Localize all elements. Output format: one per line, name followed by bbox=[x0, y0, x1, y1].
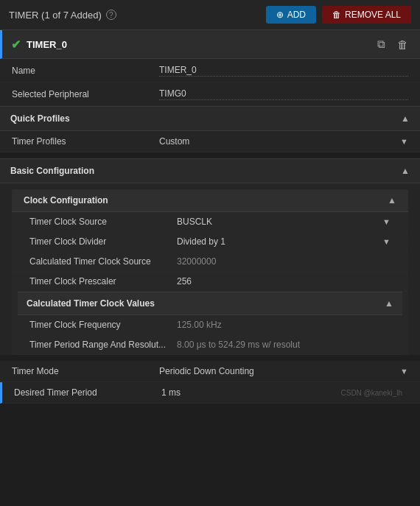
quick-profiles-title: Quick Profiles bbox=[10, 113, 70, 124]
timer-profiles-arrow-icon: ▼ bbox=[400, 137, 408, 146]
basic-config-title: Basic Configuration bbox=[10, 166, 94, 176]
timer-clock-source-label: Timer Clock Source bbox=[29, 217, 177, 227]
basic-config-header[interactable]: Basic Configuration ▲ bbox=[0, 158, 420, 183]
timer-mode-value: Periodic Down Counting bbox=[159, 366, 254, 376]
timer-clock-source-row: Timer Clock Source BUSCLK ▼ bbox=[12, 212, 408, 232]
quick-profiles-content: Timer Profiles Custom ▼ bbox=[0, 131, 420, 152]
basic-fields-section: Name Selected Peripheral bbox=[0, 59, 420, 106]
timer-mode-arrow-icon: ▼ bbox=[400, 367, 408, 376]
timer-mode-dropdown[interactable]: Periodic Down Counting ▼ bbox=[159, 366, 408, 376]
quick-profiles-header[interactable]: Quick Profiles ▲ bbox=[0, 106, 420, 131]
timer-clock-divider-label: Timer Clock Divider bbox=[29, 236, 177, 247]
quick-profiles-chevron-icon: ▲ bbox=[401, 113, 410, 124]
remove-all-button[interactable]: 🗑 REMOVE ALL bbox=[322, 6, 411, 24]
timer-item-header: ✔ TIMER_0 ⧉ 🗑 bbox=[0, 30, 420, 59]
peripheral-input[interactable] bbox=[159, 88, 408, 100]
calc-clock-values-section: Calculated Timer Clock Values ▲ Timer Cl… bbox=[18, 292, 402, 355]
remove-all-label: REMOVE ALL bbox=[345, 10, 401, 20]
timer-clock-source-value: BUSCLK bbox=[177, 217, 212, 227]
desired-period-value-text: 1 ms bbox=[161, 387, 181, 398]
timer-item-actions: ⧉ 🗑 bbox=[374, 36, 411, 52]
peripheral-value bbox=[159, 88, 408, 100]
calc-clock-source-label: Calculated Timer Clock Source bbox=[29, 256, 177, 267]
add-button[interactable]: ⊕ ADD bbox=[266, 6, 316, 24]
timer-profiles-label: Timer Profiles bbox=[12, 136, 159, 147]
timer-clock-divider-row: Timer Clock Divider Divided by 1 ▼ bbox=[12, 232, 408, 252]
copy-button[interactable]: ⧉ bbox=[374, 36, 388, 52]
timer-mode-row: Timer Mode Periodic Down Counting ▼ bbox=[0, 361, 420, 382]
header-buttons: ⊕ ADD 🗑 REMOVE ALL bbox=[266, 6, 411, 24]
clock-config-header[interactable]: Clock Configuration ▲ bbox=[12, 189, 408, 212]
desired-period-row: Desired Timer Period 1 ms CSDN @kaneki_l… bbox=[0, 382, 420, 404]
timer-profiles-value: Custom bbox=[159, 136, 189, 147]
timer-mode-label: Timer Mode bbox=[12, 366, 159, 376]
timer-clock-source-arrow-icon: ▼ bbox=[382, 217, 391, 226]
name-label: Name bbox=[12, 66, 159, 76]
calc-clock-values-chevron-icon: ▲ bbox=[385, 298, 393, 309]
period-range-label: Timer Period Range And Resolut... bbox=[29, 340, 177, 350]
freq-label: Timer Clock Frequency bbox=[29, 320, 177, 330]
clock-config-content: Timer Clock Source BUSCLK ▼ Timer Clock … bbox=[12, 212, 408, 355]
calc-clock-values-title: Calculated Timer Clock Values bbox=[27, 298, 155, 309]
freq-row: Timer Clock Frequency 125.00 kHz bbox=[18, 315, 402, 335]
name-input[interactable] bbox=[159, 64, 408, 77]
calc-clock-source-row: Calculated Timer Clock Source 32000000 bbox=[12, 252, 408, 272]
clock-config-wrapper: Clock Configuration ▲ Timer Clock Source… bbox=[0, 183, 420, 355]
calc-clock-values-header[interactable]: Calculated Timer Clock Values ▲ bbox=[18, 292, 402, 315]
header-title-text: TIMER (1 of 7 Added) bbox=[9, 10, 102, 21]
timer-clock-divider-dropdown[interactable]: Divided by 1 ▼ bbox=[177, 236, 391, 247]
spacer-1 bbox=[0, 152, 420, 158]
page-title: TIMER (1 of 7 Added) ? bbox=[9, 10, 116, 21]
help-icon[interactable]: ? bbox=[106, 10, 116, 20]
page-header: TIMER (1 of 7 Added) ? ⊕ ADD 🗑 REMOVE AL… bbox=[0, 0, 420, 30]
watermark-text: CSDN @kaneki_lh bbox=[340, 389, 408, 397]
remove-icon: 🗑 bbox=[332, 10, 341, 20]
name-value bbox=[159, 64, 408, 77]
peripheral-label: Selected Peripheral bbox=[12, 89, 159, 99]
timer-clock-source-dropdown[interactable]: BUSCLK ▼ bbox=[177, 217, 391, 227]
period-range-row: Timer Period Range And Resolut... 8.00 μ… bbox=[18, 335, 402, 355]
check-icon: ✔ bbox=[11, 38, 21, 52]
timer-clock-prescaler-label: Timer Clock Prescaler bbox=[29, 276, 177, 287]
clock-config-title: Clock Configuration bbox=[24, 195, 108, 205]
calc-clock-source-value: 32000000 bbox=[177, 256, 391, 267]
timer-profiles-row: Timer Profiles Custom ▼ bbox=[0, 131, 420, 152]
timer-name: TIMER_0 bbox=[27, 39, 67, 50]
timer-clock-prescaler-row: Timer Clock Prescaler 256 bbox=[12, 272, 408, 292]
timer-clock-prescaler-value: 256 bbox=[177, 276, 391, 287]
freq-value: 125.00 kHz bbox=[177, 320, 391, 330]
desired-period-label: Desired Timer Period bbox=[14, 387, 161, 398]
clock-config-chevron-icon: ▲ bbox=[388, 195, 396, 205]
timer-profiles-dropdown[interactable]: Custom ▼ bbox=[159, 136, 408, 147]
timer-item-title: ✔ TIMER_0 bbox=[11, 38, 67, 52]
bottom-section: Timer Mode Periodic Down Counting ▼ Desi… bbox=[0, 361, 420, 404]
period-range-value: 8.00 μs to 524.29 ms w/ resolut bbox=[177, 340, 391, 350]
basic-config-chevron-icon: ▲ bbox=[401, 166, 410, 176]
peripheral-row: Selected Peripheral bbox=[0, 82, 420, 106]
delete-button[interactable]: 🗑 bbox=[394, 36, 411, 52]
add-label: ADD bbox=[287, 10, 306, 20]
timer-clock-divider-value: Divided by 1 bbox=[177, 236, 225, 247]
name-row: Name bbox=[0, 59, 420, 82]
desired-period-value: 1 ms CSDN @kaneki_lh bbox=[161, 387, 408, 398]
add-plus-icon: ⊕ bbox=[276, 10, 284, 20]
timer-clock-divider-arrow-icon: ▼ bbox=[382, 237, 391, 246]
